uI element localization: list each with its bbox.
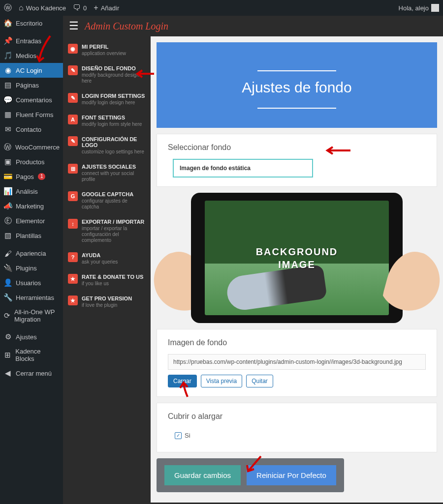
user-icon: 👤: [4, 279, 12, 287]
kadence-icon: ⊞: [4, 351, 11, 359]
plugin-header: ☰ Admin Custom Login: [63, 16, 443, 36]
cover-checkbox[interactable]: ✓: [175, 432, 182, 439]
mail-icon: ✉: [4, 125, 12, 133]
sidebar-item-productos[interactable]: ▣Productos: [0, 154, 63, 169]
sidebar-item-all-in-one-wp-migration[interactable]: ⟳All-in-One WP Migration: [0, 305, 63, 326]
preview-button[interactable]: Vista previa: [201, 375, 242, 387]
plugin-area: ☰ Admin Custom Login ◉MI PERFILapplicati…: [63, 16, 443, 504]
page-icon: ▤: [4, 81, 12, 89]
background-type-select[interactable]: Imagen de fondo estática: [173, 159, 313, 178]
product-icon: ▣: [4, 158, 12, 166]
sidebar-item-comentarios[interactable]: 💬Comentarios: [0, 92, 63, 107]
pin-icon: 📌: [4, 37, 12, 45]
nav-icon: ★: [68, 274, 78, 284]
wp-logo-icon[interactable]: ⓦ: [4, 3, 12, 13]
sidebar-item-fluent-forms[interactable]: ▦Fluent Forms: [0, 107, 63, 122]
hero-title: Ajustes de fondo: [161, 73, 432, 102]
brush-icon: 🖌: [4, 249, 12, 257]
cover-yes-label: Si: [185, 432, 190, 439]
plugin-nav-font-settings[interactable]: AFONT SETTINGSmodify login form style he…: [66, 112, 148, 130]
plugin-nav-mi-perfil[interactable]: ◉MI PERFILapplication overview: [66, 41, 148, 59]
migrate-icon: ⟳: [4, 312, 10, 320]
sidebar-item-cerrar-menú[interactable]: ◀Cerrar menú: [0, 366, 63, 381]
plugin-nav: ◉MI PERFILapplication overview✎DISEÑO DE…: [63, 36, 151, 503]
remove-button[interactable]: Quitar: [246, 375, 273, 387]
plugin-nav-ayuda[interactable]: ?AYUDAask your queries: [66, 250, 148, 267]
sidebar-item-elementor[interactable]: ⒺElementor: [0, 213, 63, 228]
site-home-link[interactable]: ⌂Woo Kadence: [19, 3, 66, 12]
badge: 1: [38, 173, 46, 180]
background-image-panel: Imagen de fondo Cargar Vista previa Quit…: [157, 329, 437, 397]
comments-link[interactable]: 🗨0: [73, 3, 87, 12]
hero-banner: Ajustes de fondo: [157, 42, 437, 128]
nav-icon: ✎: [68, 93, 78, 103]
sidebar-item-herramientas[interactable]: 🔧Herramientas: [0, 290, 63, 305]
select-background-label: Seleccionar fondo: [168, 143, 426, 152]
sidebar-item-escritorio[interactable]: 🏠Escritorio: [0, 16, 63, 30]
background-image-label: Imagen de fondo: [168, 338, 426, 347]
nav-icon: ◉: [68, 44, 78, 54]
sidebar-item-ac-login[interactable]: ◉AC Login: [0, 63, 63, 78]
select-background-panel: Seleccionar fondo Imagen de fondo estáti…: [157, 134, 437, 187]
background-preview: BACKGROUNDIMAGE: [157, 193, 437, 323]
elementor-icon: Ⓔ: [4, 217, 12, 225]
marketing-icon: 📣: [4, 202, 12, 210]
sidebar-item-entradas[interactable]: 📌Entradas: [0, 33, 63, 48]
nav-icon: ↕: [68, 219, 78, 229]
sidebar-item-pagos[interactable]: 💳Pagos1: [0, 169, 63, 184]
sidebar-item-plugins[interactable]: 🔌Plugins: [0, 261, 63, 275]
sidebar-item-marketing[interactable]: 📣Marketing: [0, 199, 63, 213]
template-icon: ▧: [4, 232, 12, 239]
sidebar-item-ajustes[interactable]: ⚙Ajustes: [0, 329, 63, 344]
plugin-nav-rate-donate-to-us[interactable]: ★RATE & DONATE TO USif you like us: [66, 271, 148, 289]
nav-icon: A: [68, 115, 78, 124]
form-icon: ▦: [4, 111, 12, 119]
plugin-icon: 🔌: [4, 264, 12, 272]
plugin-nav-login-form-settings[interactable]: ✎LOGIN FORM SETTINGSmodify login design …: [66, 90, 148, 108]
collapse-icon: ◀: [4, 369, 12, 377]
cover-stretch-label: Cubrir o alargar: [168, 412, 426, 421]
sidebar-item-medios[interactable]: 🎵Medios: [0, 48, 63, 63]
dashboard-icon: 🏠: [4, 19, 12, 27]
sidebar-item-apariencia[interactable]: 🖌Apariencia: [0, 246, 63, 261]
plugin-title: Admin Custom Login: [85, 21, 168, 32]
action-bar: Guardar cambios Reiniciar Por Defecto: [157, 458, 344, 492]
tablet-frame: BACKGROUNDIMAGE: [191, 193, 403, 323]
nav-icon: ⊞: [68, 164, 78, 174]
plugin-nav-get-pro-version[interactable]: ★GET PRO VERSIONif love the plugin: [66, 293, 148, 311]
nav-icon: ✎: [68, 65, 78, 75]
plugin-nav-configuraci-n-de-logo[interactable]: ✎CONFIGURACIÓN DE LOGOcustomize logo set…: [66, 134, 148, 157]
sidebar-item-contacto[interactable]: ✉Contacto: [0, 122, 63, 137]
user-greeting[interactable]: Hola, alejo: [399, 4, 439, 12]
sidebar-item-páginas[interactable]: ▤Páginas: [0, 78, 63, 92]
add-new-link[interactable]: +Añadir: [94, 3, 119, 12]
background-url-input[interactable]: [168, 354, 426, 370]
pay-icon: 💳: [4, 173, 12, 180]
plugin-content: Ajustes de fondo Seleccionar fondo Image…: [151, 36, 443, 503]
comment-icon: 💬: [4, 96, 12, 104]
sidebar-item-usuarios[interactable]: 👤Usuarios: [0, 275, 63, 290]
wp-admin-topbar: ⓦ ⌂Woo Kadence 🗨0 +Añadir Hola, alejo: [0, 0, 443, 16]
tool-icon: 🔧: [4, 294, 12, 301]
sidebar-item-plantillas[interactable]: ▧Plantillas: [0, 228, 63, 243]
chart-icon: 📊: [4, 187, 12, 195]
plugin-nav-exportar-importar[interactable]: ↕EXPORTAR / IMPORTARimportar / exportar …: [66, 216, 148, 246]
plugin-nav-google-captcha[interactable]: GGOOGLE CAPTCHAconfigurar ajustes de cap…: [66, 189, 148, 212]
sidebar-item-woocommerce[interactable]: ⓌWooCommerce: [0, 140, 63, 154]
reset-button[interactable]: Reiniciar Por Defecto: [247, 465, 336, 485]
cover-stretch-panel: Cubrir o alargar ✓ Si: [157, 403, 437, 452]
sidebar-item-kadence-blocks[interactable]: ⊞Kadence Blocks: [0, 344, 63, 366]
upload-button[interactable]: Cargar: [168, 375, 197, 387]
sidebar-item-análisis[interactable]: 📊Análisis: [0, 184, 63, 199]
avatar: [431, 4, 439, 12]
save-button[interactable]: Guardar cambios: [164, 465, 241, 485]
hamburger-icon[interactable]: ☰: [69, 20, 79, 32]
nav-icon: ★: [68, 296, 78, 305]
plugin-nav-dise-o-del-fondo[interactable]: ✎DISEÑO DEL FONDOmodify background desig…: [66, 63, 148, 87]
nav-icon: ?: [68, 252, 78, 262]
nav-icon: G: [68, 191, 78, 201]
woo-icon: Ⓦ: [4, 143, 11, 151]
settings-icon: ⚙: [4, 333, 12, 341]
plugin-nav-ajustes-sociales[interactable]: ⊞AJUSTES SOCIALESconnect with your socia…: [66, 161, 148, 185]
wp-admin-sidebar: 🏠Escritorio📌Entradas🎵Medios◉AC Login▤Pág…: [0, 16, 63, 504]
